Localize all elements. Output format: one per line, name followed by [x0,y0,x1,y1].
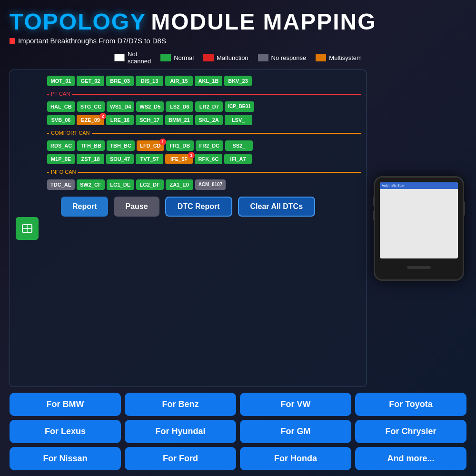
btn-benz[interactable]: For Benz [125,393,236,416]
badge-EZE09: 2 [99,113,106,119]
comfort-can-label: COMFORT CAN [49,130,92,136]
legend-box-white [114,54,125,61]
module-ZST18: ZST_18 [77,154,104,164]
device-section: Automatic Scan [371,69,466,387]
legend-box-green [160,54,171,61]
module-SS2: SS2_ [225,140,253,151]
module-SVB06: SVB_06 [47,115,75,125]
btn-toyota[interactable]: For Toyota [355,393,466,416]
modules-row-6: TDC_AE SW2_CF LG1_DE LG2_DF ZA1_E0 ACM_8… [15,179,361,190]
legend-label-malfunction: Malfunction [217,54,248,61]
btn-chrysler[interactable]: For Chrysler [355,420,466,443]
legend-malfunction: Malfunction [203,54,248,61]
legend-normal: Normal [160,54,194,61]
btn-honda[interactable]: For Honda [240,447,351,470]
badge-LFDCD: 1 [159,139,166,145]
module-AKL1B: AKL_1B [195,76,222,86]
module-M1P0E: M1P_0E [47,154,75,164]
clear-all-dtcs-button[interactable]: Clear All DTCs [238,197,316,217]
pt-can-label: PT CAN [49,91,72,97]
module-ICPBE01: ICP_BE01 [225,101,254,112]
module-LRE16: LRE_16 [106,115,134,125]
module-TBHBC: TBH_BC [107,140,135,151]
legend-box-gray [258,54,268,61]
device-screen: Automatic Scan [380,182,458,258]
module-SKL2A: SKL_2A [195,115,223,125]
btn-hyundai[interactable]: For Hyundai [125,420,236,443]
module-BKV23: BKV_23 [224,76,252,86]
module-SW2CF: SW2_CF [77,179,105,190]
module-LR2D7: LR2_D7 [195,101,223,112]
module-TDCAE: TDC_AE [47,179,75,190]
module-title: MODULE MAPPING [151,9,376,35]
dtc-report-button[interactable]: DTC Report [165,197,232,217]
module-EZE09: EZE_09 2 [77,115,104,125]
module-LS2D6: LS2_D6 [166,101,193,112]
btn-vw[interactable]: For VW [240,393,351,416]
module-WS1D4: WS1_D4 [107,101,134,112]
btn-gm[interactable]: For GM [240,420,351,443]
legend: Notscanned Normal Malfunction No respons… [10,50,466,65]
module-IFE5F: IFE_5F 1 [165,154,193,164]
module-LG1DE: LG1_DE [107,179,134,190]
side-button-3 [463,201,465,216]
btn-lexus[interactable]: For Lexus [10,420,121,443]
badge-IFE5F: 1 [188,152,195,159]
topology-diagram: MOT_01 GET_02 BRE_03 DIS_13 AIR_15 AKL_1… [10,69,367,387]
subtitle-text: Important Breakthroughs From D7/D7S to D… [18,37,166,45]
module-FR1DB: FR1_DB [166,140,194,151]
module-AIR15: AIR_15 [165,76,193,86]
module-BMM21: BMM_21 [165,115,193,125]
info-can-line [47,172,361,173]
module-SOU47: SOU_47 [106,154,134,164]
module-TVT57: TVT_57 [136,154,163,164]
device-mockup: Automatic Scan [374,176,464,281]
module-LG2DF: LG2_DF [136,179,164,190]
legend-not-scanned: Notscanned [114,50,151,65]
gateway-icon [16,217,39,240]
side-button-1 [373,197,375,206]
btn-nissan[interactable]: For Nissan [10,447,121,470]
module-ZA1E0: ZA1_E0 [166,179,193,190]
module-GET02: GET_02 [77,76,104,86]
screen-bar-text: Automatic Scan [382,184,405,187]
comfort-can-line [47,133,361,134]
modules-row-2: HAL_CB STG_CC WS1_D4 WS2_D5 LS2_D6 LR2_D… [15,101,361,112]
subtitle-dot [10,38,15,44]
module-STGCC: STG_CC [77,101,105,112]
device-bottom [380,260,458,275]
main-content: MOT_01 GET_02 BRE_03 DIS_13 AIR_15 AKL_1… [10,69,466,387]
btn-bmw[interactable]: For BMW [10,393,121,416]
module-MOT01: MOT_01 [47,76,75,86]
modules-row-5: M1P_0E ZST_18 SOU_47 TVT_57 IFE_5F 1 RFK… [15,154,361,164]
pause-button[interactable]: Pause [114,197,159,217]
module-ACM8107: ACM_8107 [195,179,226,190]
report-button[interactable]: Report [61,197,109,217]
module-HALCB: HAL_CB [47,101,75,112]
device-home-bar [407,266,431,269]
module-BRE03: BRE_03 [106,76,134,86]
device-screen-bar: Automatic Scan [380,182,458,189]
modules-row-3: SVB_06 EZE_09 2 LRE_16 SCH_17 BMM_21 SKL… [15,115,361,125]
module-LFDCD: LFD_CD 1 [137,140,164,151]
module-FR2DC: FR2_DC [196,140,223,151]
info-can-row: INFO CAN [15,167,361,177]
module-TFHBB: TFH_BB [77,140,105,151]
btn-more[interactable]: And more... [355,447,466,470]
legend-box-red [203,54,214,61]
report-buttons: Report Pause DTC Report Clear All DTCs [15,197,361,217]
subtitle: Important Breakthroughs From D7/D7S to D… [10,37,466,45]
legend-label-multisystem: Multisystem [329,54,362,61]
bottom-grid: For BMW For Benz For VW For Toyota For L… [10,393,466,470]
module-RDSAC: RDS_AC [47,140,75,151]
module-IFIA7: IFI_A7 [224,154,252,164]
info-can-label: INFO CAN [49,169,78,175]
topology-title: TOPOLOGY [10,9,146,35]
btn-ford[interactable]: For Ford [125,447,236,470]
comfort-can-row: COMFORT CAN [15,128,361,138]
pt-can-row: PT CAN [15,89,361,99]
modules-row-4: RDS_AC TFH_BB TBH_BC LFD_CD 1 FR1_DB FR2… [15,140,361,151]
pt-can-line [47,94,361,95]
legend-label-normal: Normal [174,54,194,61]
header: TOPOLOGY MODULE MAPPING Important Breakt… [10,9,466,45]
